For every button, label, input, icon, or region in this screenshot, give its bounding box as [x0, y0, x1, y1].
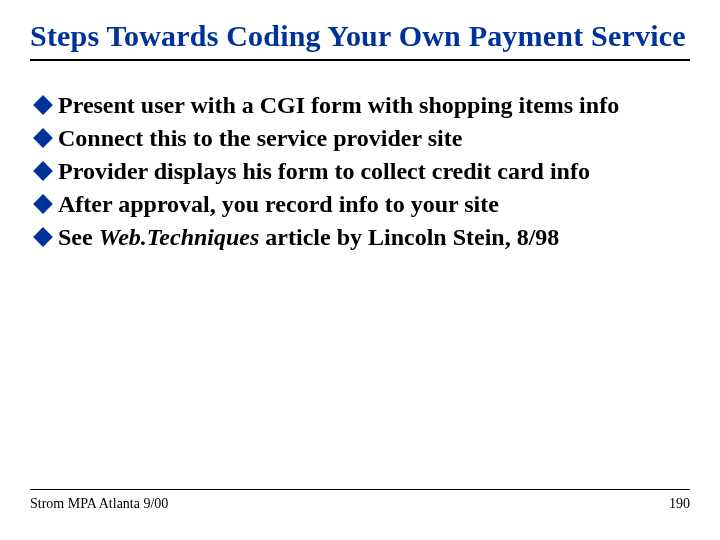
- footer-page-number: 190: [669, 496, 690, 512]
- diamond-bullet-icon: [33, 161, 53, 181]
- footer: Strom MPA Atlanta 9/00 190: [30, 489, 690, 512]
- bullet-text: Present user with a CGI form with shoppi…: [58, 91, 690, 120]
- bullet-text: Connect this to the service provider sit…: [58, 124, 690, 153]
- bullet-list: Present user with a CGI form with shoppi…: [30, 91, 690, 251]
- list-item: See Web.Techniques article by Lincoln St…: [36, 223, 690, 252]
- bullet-text-main: Connect this to the service provider sit…: [58, 125, 462, 151]
- list-item: Connect this to the service provider sit…: [36, 124, 690, 153]
- bullet-text-main: Present user with a CGI form with shoppi…: [58, 92, 619, 118]
- list-item: After approval, you record info to your …: [36, 190, 690, 219]
- bullet-text: See Web.Techniques article by Lincoln St…: [58, 223, 690, 252]
- diamond-bullet-icon: [33, 95, 53, 115]
- bullet-text-italic: Web.Techniques: [99, 224, 260, 250]
- slide: Steps Towards Coding Your Own Payment Se…: [0, 0, 720, 540]
- diamond-bullet-icon: [33, 194, 53, 214]
- bullet-text-tail: article by Lincoln Stein, 8/98: [259, 224, 559, 250]
- footer-left: Strom MPA Atlanta 9/00: [30, 496, 168, 512]
- list-item: Provider displays his form to collect cr…: [36, 157, 690, 186]
- bullet-text: Provider displays his form to collect cr…: [58, 157, 690, 186]
- bullet-text-main: See: [58, 224, 99, 250]
- list-item: Present user with a CGI form with shoppi…: [36, 91, 690, 120]
- bullet-text-main: After approval, you record info to your …: [58, 191, 499, 217]
- diamond-bullet-icon: [33, 128, 53, 148]
- slide-title: Steps Towards Coding Your Own Payment Se…: [30, 18, 690, 61]
- bullet-text-main: Provider displays his form to collect cr…: [58, 158, 590, 184]
- diamond-bullet-icon: [33, 227, 53, 247]
- bullet-text: After approval, you record info to your …: [58, 190, 690, 219]
